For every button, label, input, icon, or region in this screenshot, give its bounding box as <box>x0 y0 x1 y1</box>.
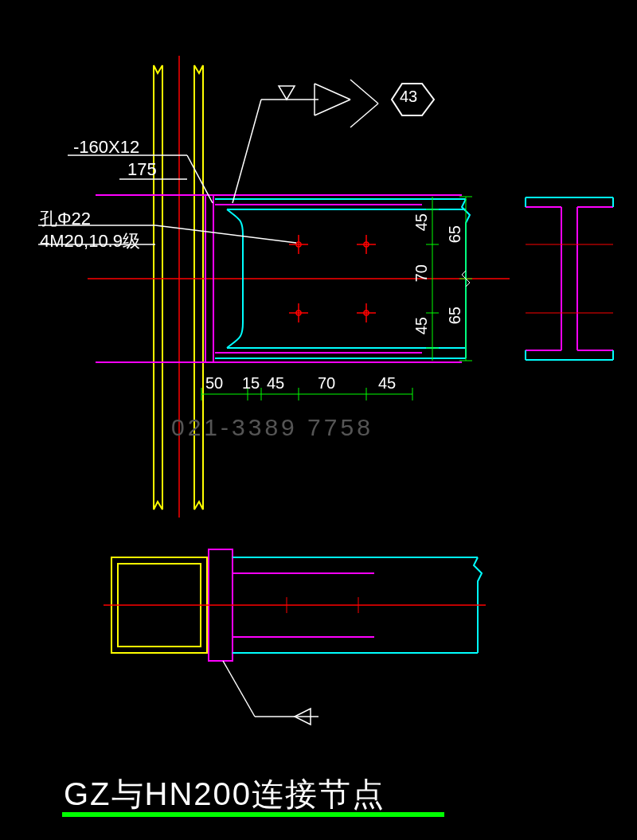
dim-h4: 70 <box>318 374 335 393</box>
drawing-title: GZ与HN200连接节点 <box>64 772 385 816</box>
svg-line-53 <box>315 84 350 100</box>
centerlines <box>88 56 510 518</box>
ibeam-section <box>526 197 613 360</box>
svg-line-54 <box>315 100 350 115</box>
title-underline <box>62 812 444 817</box>
dim-vi-bot: 45 <box>412 317 431 334</box>
bolt-spec-label: 4M20,10.9级 <box>40 229 140 253</box>
svg-line-82 <box>223 661 255 717</box>
dim-vo-bot: 65 <box>446 307 464 324</box>
svg-line-55 <box>350 80 378 104</box>
svg-line-56 <box>350 104 378 127</box>
dim-h2: 15 <box>242 374 260 393</box>
column-lines <box>154 65 203 510</box>
plate-width-label: 175 <box>127 159 157 180</box>
svg-line-50 <box>233 100 261 203</box>
dim-h3: 45 <box>267 374 284 393</box>
dim-h1: 50 <box>205 374 223 393</box>
plate-spec-label: -160X12 <box>73 137 139 158</box>
dim-h5: 45 <box>378 374 396 393</box>
dim-vo-top: 65 <box>446 225 464 243</box>
hole-spec-label: 孔Φ22 <box>40 207 91 231</box>
plan-view <box>104 549 486 725</box>
dim-vi-top: 45 <box>412 213 431 231</box>
watermark: 021-3389 7758 <box>171 414 373 441</box>
svg-line-48 <box>155 225 296 243</box>
detail-ref-label: 43 <box>400 88 417 106</box>
dim-vi-mid: 70 <box>412 264 431 282</box>
